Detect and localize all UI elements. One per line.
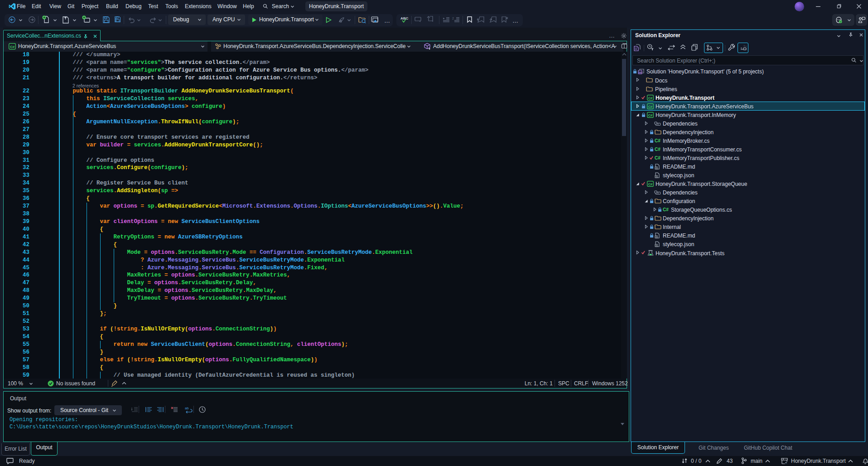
svg-text:C#: C# [655, 155, 661, 160]
svg-text:C#: C# [648, 96, 653, 100]
svg-text:C#: C# [648, 182, 653, 186]
svg-text:2: 2 [452, 17, 454, 20]
svg-text:C#: C# [648, 104, 653, 108]
svg-text:ab: ab [185, 406, 188, 410]
svg-text:ABC: ABC [400, 16, 409, 20]
svg-text:C#: C# [10, 45, 15, 49]
svg-text:00: 00 [639, 71, 641, 74]
svg-text:C#: C# [655, 138, 661, 143]
svg-text:C#: C# [655, 147, 661, 152]
svg-text:C#: C# [648, 113, 653, 117]
svg-text:C#: C# [663, 207, 669, 212]
